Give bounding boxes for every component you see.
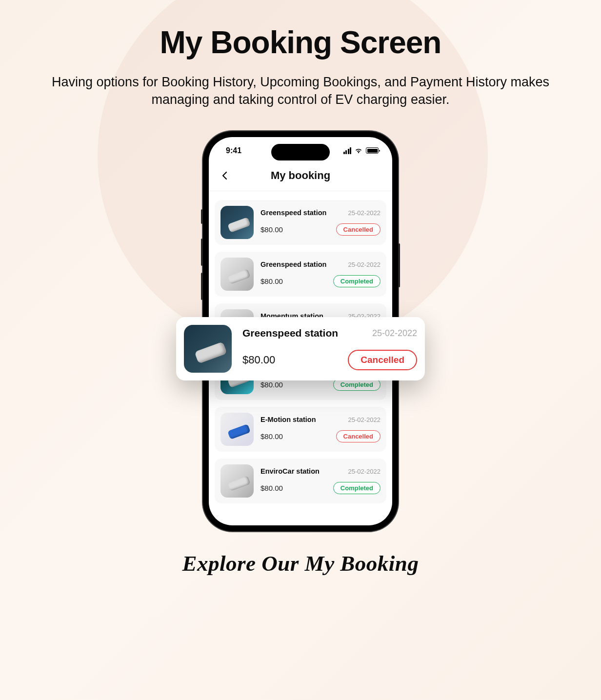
station-name: E-Motion station <box>260 416 316 423</box>
booking-date: 25-02-2022 <box>348 261 381 268</box>
booking-price: $80.00 <box>260 484 283 492</box>
battery-icon <box>366 147 379 154</box>
booking-price: $80.00 <box>260 225 283 234</box>
status-badge: Cancelled <box>336 223 381 236</box>
booking-date: 25-02-2022 <box>348 416 381 423</box>
footer-tagline: Explore Our My Booking <box>0 551 601 576</box>
booking-card[interactable]: Greenspeed station25-02-2022$80.00Comple… <box>215 252 386 297</box>
station-thumbnail <box>220 413 254 446</box>
station-name: Greenspeed station <box>260 209 326 217</box>
booking-price: $80.00 <box>260 277 283 285</box>
status-badge: Completed <box>333 275 381 287</box>
page-subtitle: Having options for Booking History, Upco… <box>0 73 601 109</box>
phone-volume-up-button <box>201 239 203 266</box>
app-title: My booking <box>219 169 382 182</box>
status-badge: Completed <box>333 379 381 391</box>
station-thumbnail <box>184 325 232 373</box>
phone-volume-down-button <box>201 273 203 300</box>
booking-price: $80.00 <box>242 354 275 366</box>
booking-price: $80.00 <box>260 432 283 440</box>
station-name: EnviroCar station <box>260 467 320 475</box>
booking-card-highlight[interactable]: Greenspeed station 25-02-2022 $80.00 Can… <box>176 317 425 380</box>
status-icons <box>343 147 379 154</box>
booking-price: $80.00 <box>260 380 283 389</box>
booking-date: 25-02-2022 <box>372 328 417 339</box>
station-name: Greenspeed station <box>260 260 326 268</box>
app-header: My booking <box>209 164 392 191</box>
status-time: 9:41 <box>226 146 241 155</box>
booking-card[interactable]: Greenspeed station25-02-2022$80.00Cancel… <box>215 200 386 245</box>
phone-side-button <box>201 209 203 224</box>
page-title: My Booking Screen <box>0 24 601 60</box>
wifi-icon <box>354 147 363 154</box>
status-badge: Cancelled <box>336 430 381 442</box>
station-thumbnail <box>220 206 254 239</box>
phone-power-button <box>398 243 400 287</box>
dynamic-island <box>271 144 330 160</box>
status-badge: Cancelled <box>348 350 417 370</box>
station-thumbnail <box>220 258 254 291</box>
booking-date: 25-02-2022 <box>348 209 381 217</box>
status-badge: Completed <box>333 482 381 494</box>
cellular-signal-icon <box>343 147 352 154</box>
station-name: Greenspeed station <box>242 327 338 339</box>
booking-date: 25-02-2022 <box>348 468 381 475</box>
station-thumbnail <box>220 464 254 498</box>
booking-card[interactable]: E-Motion station25-02-2022$80.00Cancelle… <box>215 407 386 452</box>
booking-card[interactable]: EnviroCar station25-02-2022$80.00Complet… <box>215 459 386 503</box>
